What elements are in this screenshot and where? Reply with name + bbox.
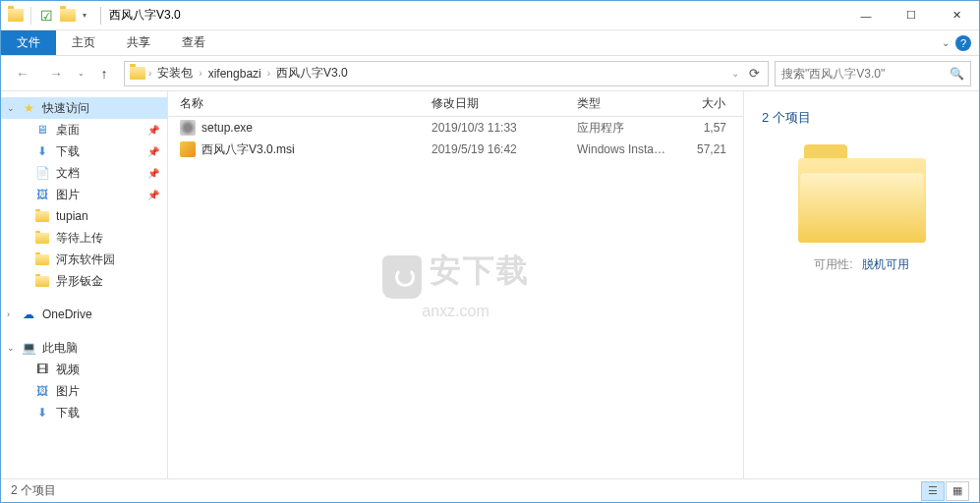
window-controls: — ☐ ✕ [843,1,979,30]
tab-home[interactable]: 主页 [56,30,111,55]
file-size: 57,21 [675,142,734,156]
sidebar-item-label: 异形钣金 [56,273,103,290]
picture-icon: 🖼 [34,187,50,202]
sidebar-item-documents[interactable]: 📄文档📌 [1,162,167,184]
desktop-icon: 🖥 [34,122,50,138]
folder-preview-icon [798,144,926,243]
address-folder-icon [129,65,146,83]
properties-icon[interactable]: ☑ [37,7,55,25]
sidebar-onedrive[interactable]: ›☁OneDrive [1,304,167,325]
chevron-right-icon[interactable]: › [146,68,153,79]
refresh-icon[interactable]: ⟳ [745,66,764,81]
column-type[interactable]: 类型 [569,95,675,112]
window-title: 西风八字V3.0 [109,7,181,24]
availability-row: 可用性: 脱机可用 [762,256,961,273]
qat-dropdown-icon[interactable]: ▾ [83,11,86,20]
folder-icon [34,273,50,289]
sidebar-item-pictures[interactable]: 🖼图片 [1,380,167,402]
sidebar-item-folder[interactable]: tupian [1,205,167,227]
sidebar-item-folder[interactable]: 异形钣金 [1,270,167,292]
tab-share[interactable]: 共享 [111,30,166,55]
details-pane: 2 个项目 可用性: 脱机可用 [743,91,979,478]
navigation-pane[interactable]: ⌄ ★ 快速访问 🖥桌面📌 ⬇下载📌 📄文档📌 🖼图片📌 tupian 等待上传… [1,91,168,478]
sidebar-item-label: 下载 [56,405,80,421]
file-row[interactable]: 西风八字V3.0.msi 2019/5/19 16:42 Windows Ins… [168,139,743,160]
navigation-bar: ← → ⌄ ↑ › 安装包 › xifengbazi › 西风八字V3.0 ⌄ … [1,56,979,91]
video-icon: 🎞 [34,362,50,377]
onedrive-icon: ☁ [21,307,36,322]
sidebar-item-label: 快速访问 [42,100,89,117]
tab-file[interactable]: 文件 [1,30,56,55]
file-list-pane: 名称 修改日期 类型 大小 setup.exe 2019/10/3 11:33 … [168,91,743,478]
file-name: setup.exe [202,121,253,135]
address-dropdown-icon[interactable]: ⌄ [729,68,741,79]
column-name[interactable]: 名称 [168,95,424,112]
pin-icon: 📌 [147,125,159,136]
title-bar: ☑ ▾ 西风八字V3.0 — ☐ ✕ [1,1,979,30]
sidebar-item-label: 图片 [56,187,80,203]
breadcrumb-item[interactable]: 安装包 [153,62,197,85]
sidebar-this-pc[interactable]: ⌄💻此电脑 [1,337,167,359]
history-dropdown-icon[interactable]: ⌄ [78,69,85,78]
search-box[interactable]: 🔍 [775,61,971,86]
new-folder-icon[interactable] [59,7,77,25]
chevron-right-icon[interactable]: › [197,68,203,79]
column-date[interactable]: 修改日期 [424,95,569,112]
chevron-right-icon[interactable]: › [7,309,10,319]
sidebar-quick-access[interactable]: ⌄ ★ 快速访问 [1,97,167,119]
sidebar-item-label: 视频 [56,362,80,378]
forward-button[interactable]: → [42,60,70,87]
sidebar-item-videos[interactable]: 🎞视频 [1,359,167,380]
address-bar[interactable]: › 安装包 › xifengbazi › 西风八字V3.0 ⌄ ⟳ [124,61,769,86]
sidebar-item-folder[interactable]: 河东软件园 [1,249,167,270]
search-icon[interactable]: 🔍 [950,67,964,81]
close-button[interactable]: ✕ [934,1,979,30]
pin-icon: 📌 [147,190,159,200]
file-rows[interactable]: setup.exe 2019/10/3 11:33 应用程序 1,57 西风八字… [168,117,743,478]
folder-icon [34,230,50,246]
help-icon[interactable]: ? [955,35,971,51]
sidebar-item-pictures[interactable]: 🖼图片📌 [1,184,167,205]
status-text: 2 个项目 [11,482,56,499]
sidebar-item-desktop[interactable]: 🖥桌面📌 [1,119,167,140]
tab-view[interactable]: 查看 [166,30,221,55]
availability-value: 脱机可用 [862,257,909,271]
sidebar-item-label: 下载 [56,143,80,160]
details-view-button[interactable]: ☰ [921,481,945,501]
up-button[interactable]: ↑ [90,60,118,87]
sidebar-item-label: 图片 [56,383,80,400]
download-icon: ⬇ [34,405,50,420]
breadcrumb-item[interactable]: xifengbazi [204,62,265,85]
sidebar-item-folder[interactable]: 等待上传 [1,227,167,249]
chevron-down-icon[interactable]: ⌄ [7,103,15,113]
pin-icon: 📌 [147,168,159,179]
folder-icon [34,252,50,267]
chevron-right-icon[interactable]: › [265,68,272,79]
file-date: 2019/10/3 11:33 [424,121,569,135]
app-folder-icon[interactable] [7,7,25,25]
chevron-down-icon[interactable]: ⌄ [7,343,15,353]
breadcrumb-item[interactable]: 西风八字V3.0 [272,62,352,85]
ribbon-expand-icon[interactable]: ⌄ [942,37,950,48]
msi-icon [180,141,196,157]
sidebar-item-downloads[interactable]: ⬇下载📌 [1,140,167,162]
back-button[interactable]: ← [9,60,36,87]
sidebar-item-downloads[interactable]: ⬇下载 [1,402,167,423]
pin-icon: 📌 [147,146,159,157]
minimize-button[interactable]: — [843,1,889,30]
search-input[interactable] [781,67,950,81]
pc-icon: 💻 [21,340,36,356]
sidebar-item-label: 河东软件园 [56,252,115,268]
sidebar-item-label: 文档 [56,165,80,182]
icons-view-button[interactable]: ▦ [946,481,969,501]
file-date: 2019/5/19 16:42 [424,142,569,156]
file-type: 应用程序 [569,120,675,137]
quick-access-toolbar: ☑ ▾ [1,7,92,25]
availability-label: 可用性: [814,257,852,271]
column-size[interactable]: 大小 [675,95,734,112]
file-row[interactable]: setup.exe 2019/10/3 11:33 应用程序 1,57 [168,117,743,139]
document-icon: 📄 [34,165,50,181]
ribbon-tabs: 文件 主页 共享 查看 ⌄ ? [1,30,979,56]
sidebar-item-label: 此电脑 [42,340,78,357]
maximize-button[interactable]: ☐ [889,1,934,30]
